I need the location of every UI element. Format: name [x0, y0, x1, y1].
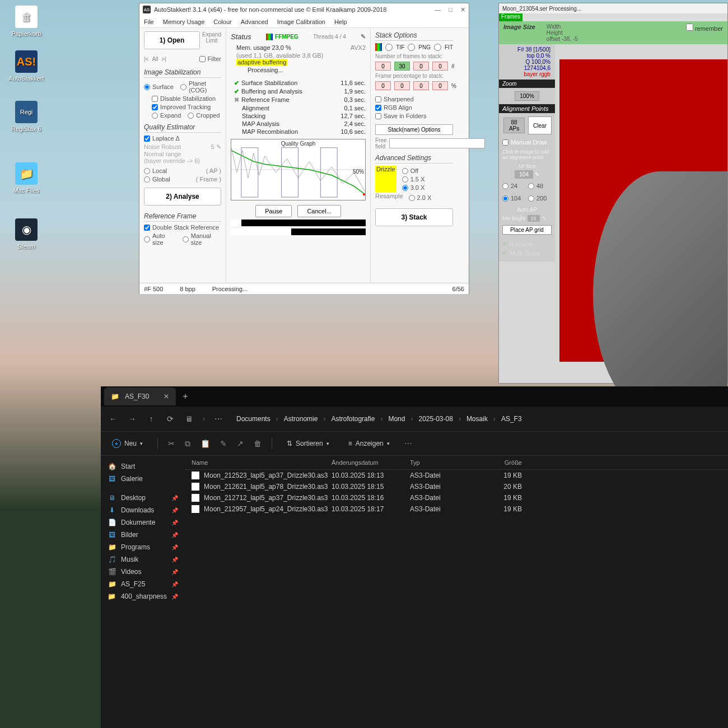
png-radio[interactable]: [408, 44, 415, 51]
sidebar-item[interactable]: 🎵Musik📌: [101, 553, 185, 566]
window-titlebar[interactable]: AS AutoStakkert! 3.1.4 (x64) - free for …: [139, 3, 469, 16]
file-column-headers[interactable]: Name Änderungsdatum Typ Größe: [185, 456, 728, 470]
nav-more-icon[interactable]: ⋯: [213, 414, 224, 423]
zoom-100[interactable]: 100%: [515, 91, 539, 101]
sidebar-item[interactable]: 🖼Galerie: [101, 473, 185, 485]
ap-window-title[interactable]: Moon_213054.ser Processing...: [499, 3, 727, 13]
desktop-icon-registax[interactable]: RegiRegiStax 6: [7, 101, 46, 132]
cancel-button[interactable]: Cancel...: [297, 205, 340, 217]
tif-radio[interactable]: [385, 44, 393, 51]
laplace-check[interactable]: [144, 136, 150, 142]
sidebar-item[interactable]: 🎬Videos📌: [101, 566, 185, 578]
file-row[interactable]: Moon_212621_lapl5_ap78_Drizzle30.as310.0…: [185, 481, 728, 492]
nav-up-icon[interactable]: ↑: [146, 414, 157, 423]
menu-advanced[interactable]: Advanced: [241, 18, 268, 25]
ap-24[interactable]: [502, 183, 508, 189]
sharpened-check[interactable]: [375, 96, 381, 102]
expand-label[interactable]: Expand: [202, 31, 221, 38]
sort-button[interactable]: ⇅Sortieren▾: [282, 437, 334, 450]
cropped-radio[interactable]: [188, 113, 194, 119]
place-ap-button[interactable]: Place AP grid: [502, 225, 552, 235]
autosize-radio[interactable]: [144, 236, 150, 242]
file-row[interactable]: Moon_212712_lapl5_ap37_Drizzle30.as310.0…: [185, 492, 728, 503]
ap-preview-image[interactable]: [559, 59, 727, 362]
filter-checkbox[interactable]: [199, 56, 206, 62]
analyse-button[interactable]: 2) Analyse: [144, 188, 221, 206]
maximize-button[interactable]: □: [449, 6, 452, 13]
local-radio[interactable]: [144, 168, 150, 174]
nav-refresh-icon[interactable]: ⟳: [165, 414, 176, 423]
fit-radio[interactable]: [434, 44, 441, 51]
nframes-0[interactable]: [375, 62, 391, 71]
nav-back-icon[interactable]: ←: [108, 414, 119, 423]
drizzle-off[interactable]: [402, 168, 408, 174]
settings-icon[interactable]: ✎: [361, 33, 366, 40]
nav-monitor-icon[interactable]: 🖥: [184, 414, 195, 423]
menu-colour[interactable]: Colour: [213, 18, 231, 25]
nav-all[interactable]: All: [152, 56, 158, 62]
paste-icon[interactable]: 📋: [200, 439, 210, 448]
file-row[interactable]: Moon_212957_lapl5_ap24_Drizzle30.as310.0…: [185, 503, 728, 515]
sidebar-item[interactable]: 🏠Start: [101, 460, 185, 473]
limit-label[interactable]: Limit: [202, 38, 221, 44]
sidebar-item[interactable]: 📁AS_F25📌: [101, 578, 185, 590]
sidebar-item[interactable]: 🖥Desktop📌: [101, 492, 185, 504]
desktop-icon-recycle[interactable]: 🗑Papierkorb: [7, 6, 46, 37]
nframes-3[interactable]: [432, 62, 448, 71]
save-folders-check[interactable]: [375, 113, 381, 119]
desktop-icon-macfiles[interactable]: 📁Mac Files: [7, 162, 46, 194]
breadcrumb-item[interactable]: Mond: [388, 415, 405, 423]
global-radio[interactable]: [144, 176, 150, 183]
breadcrumb-item[interactable]: 2025-03-08: [418, 415, 452, 423]
free-field-input[interactable]: [389, 138, 485, 148]
sidebar-item[interactable]: 📄Dokumente📌: [101, 516, 185, 529]
menu-file[interactable]: File: [144, 18, 154, 25]
explorer-tab-active[interactable]: 📁 AS_F30 ✕: [104, 388, 176, 405]
manualsize-radio[interactable]: [183, 236, 189, 242]
breadcrumb-item[interactable]: Astronomie: [284, 415, 318, 423]
disable-stab-check[interactable]: [152, 96, 158, 102]
view-button[interactable]: ≡Anzeigen▾: [344, 437, 394, 450]
frames-tab[interactable]: Frames: [499, 13, 522, 21]
file-row[interactable]: Moon_212523_lapl5_ap37_Drizzle30.as310.0…: [185, 470, 728, 481]
nframes-2[interactable]: [413, 62, 429, 71]
sidebar-item[interactable]: 📁Programs📌: [101, 541, 185, 553]
close-button[interactable]: ✕: [460, 6, 465, 13]
remember-check[interactable]: [686, 24, 693, 31]
desktop-icon-autostakkert[interactable]: AS!AutoStakkert: [7, 50, 46, 82]
pause-button[interactable]: Pause: [255, 205, 292, 217]
stackname-button[interactable]: Stack(name) Options: [375, 124, 453, 135]
desktop-icon-steam[interactable]: ◉Steam: [7, 218, 46, 250]
cut-icon[interactable]: ✂: [168, 439, 175, 448]
improved-check[interactable]: [152, 104, 158, 110]
fperc-2[interactable]: [413, 81, 429, 90]
fperc-3[interactable]: [432, 81, 448, 90]
drizzle-15[interactable]: [402, 176, 408, 183]
resample-20[interactable]: [409, 195, 415, 201]
sidebar-item[interactable]: 📁400_sharpness📌: [101, 590, 185, 603]
tab-add-button[interactable]: +: [183, 391, 188, 402]
new-button[interactable]: +Neu▾: [108, 437, 147, 450]
more-icon[interactable]: ⋯: [404, 439, 412, 448]
menu-calibration[interactable]: Image Calibration: [277, 18, 325, 25]
clear-button[interactable]: Clear: [528, 116, 552, 134]
ap-48[interactable]: [528, 183, 534, 189]
expand-radio[interactable]: [152, 113, 158, 119]
surface-radio[interactable]: [144, 84, 150, 90]
tab-close-icon[interactable]: ✕: [164, 393, 169, 400]
sidebar-item[interactable]: 🖼Bilder📌: [101, 529, 185, 541]
stack-button[interactable]: 3) Stack: [375, 208, 453, 226]
ap-104[interactable]: [502, 195, 508, 202]
sidebar-item[interactable]: ⬇Downloads📌: [101, 504, 185, 516]
drizzle-30[interactable]: [402, 185, 408, 191]
aps-button[interactable]: 88 APs: [503, 118, 525, 133]
manual-draw-check[interactable]: [502, 139, 508, 146]
minimize-button[interactable]: —: [435, 6, 441, 13]
fperc-1[interactable]: [394, 81, 410, 90]
delete-icon[interactable]: 🗑: [254, 439, 262, 448]
copy-icon[interactable]: ⧉: [185, 439, 190, 449]
rename-icon[interactable]: ✎: [220, 439, 227, 448]
share-icon[interactable]: ↗: [237, 439, 244, 448]
breadcrumb-item[interactable]: Documents: [236, 415, 270, 423]
nav-first[interactable]: |<: [144, 56, 148, 62]
